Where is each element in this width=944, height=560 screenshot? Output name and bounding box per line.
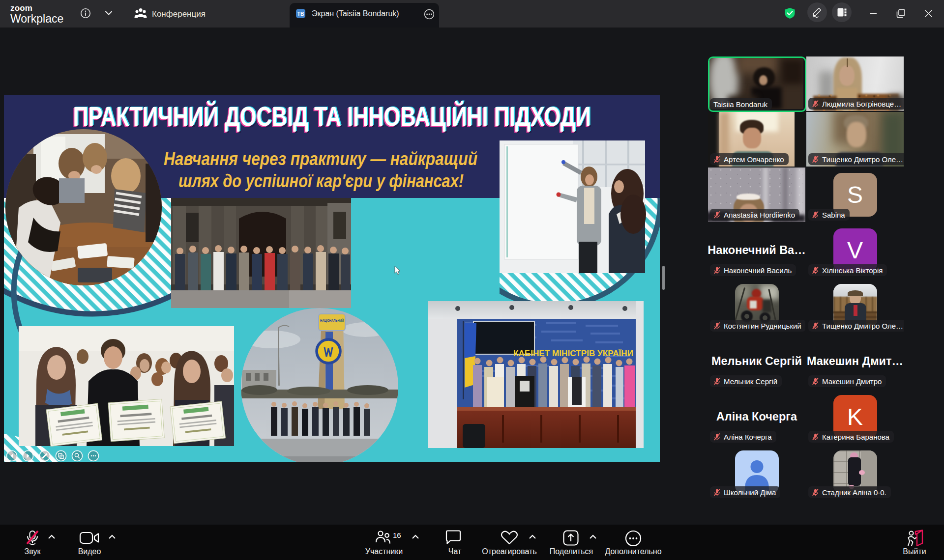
svg-text:НАЦІОНАЛЬНИЙ: НАЦІОНАЛЬНИЙ (320, 318, 344, 323)
svg-text:КАБІНЕТ МІНІСТРІВ УКРАЇНИ: КАБІНЕТ МІНІСТРІВ УКРАЇНИ (513, 349, 633, 358)
svg-text:шлях до успішної кар'єри у фін: шлях до успішної кар'єри у фінансах! (178, 171, 464, 191)
svg-text:ПРАКТИЧНИЙ ДОСВІД ТА ІННОВАЦІЙ: ПРАКТИЧНИЙ ДОСВІД ТА ІННОВАЦІЙНІ ПІДХОДИ (73, 101, 591, 132)
svg-text:Навчання через практику — найк: Навчання через практику — найкращий (164, 149, 477, 169)
